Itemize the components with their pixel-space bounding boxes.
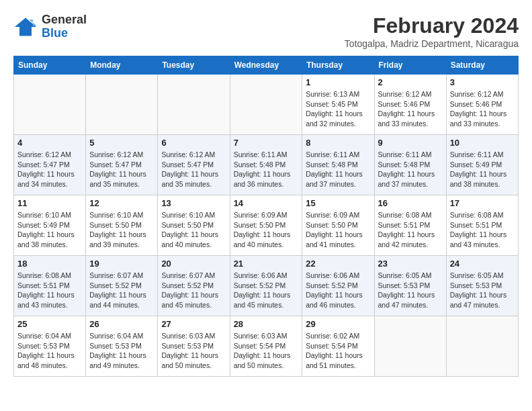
table-row: 1Sunrise: 6:13 AMSunset: 5:45 PMDaylight… <box>302 75 374 135</box>
day-info: Sunrise: 6:11 AMSunset: 5:48 PMDaylight:… <box>306 150 370 189</box>
day-info: Sunrise: 6:02 AMSunset: 5:54 PMDaylight:… <box>306 331 370 371</box>
table-row: 24Sunrise: 6:05 AMSunset: 5:53 PMDayligh… <box>446 256 518 316</box>
day-info: Sunrise: 6:07 AMSunset: 5:52 PMDaylight:… <box>161 271 226 310</box>
location: Totogalpa, Madriz Department, Nicaragua <box>345 38 519 49</box>
day-number: 26 <box>89 319 154 329</box>
table-row: 29Sunrise: 6:02 AMSunset: 5:54 PMDayligh… <box>302 316 374 377</box>
day-info: Sunrise: 6:10 AMSunset: 5:50 PMDaylight:… <box>89 210 154 250</box>
header-tuesday: Tuesday <box>158 56 230 75</box>
logo-blue: Blue <box>42 27 87 40</box>
calendar-header-row: Sunday Monday Tuesday Wednesday Thursday… <box>14 56 519 75</box>
calendar-week-row: 18Sunrise: 6:08 AMSunset: 5:51 PMDayligh… <box>14 256 519 316</box>
day-number: 6 <box>161 138 226 148</box>
day-info: Sunrise: 6:11 AMSunset: 5:48 PMDaylight:… <box>234 150 299 189</box>
header-monday: Monday <box>86 56 158 75</box>
day-info: Sunrise: 6:03 AMSunset: 5:53 PMDaylight:… <box>161 331 226 371</box>
day-number: 8 <box>306 138 370 148</box>
table-row: 25Sunrise: 6:04 AMSunset: 5:53 PMDayligh… <box>14 316 86 377</box>
table-row: 4Sunrise: 6:12 AMSunset: 5:47 PMDaylight… <box>14 135 86 195</box>
table-row: 27Sunrise: 6:03 AMSunset: 5:53 PMDayligh… <box>158 316 230 377</box>
header-friday: Friday <box>374 56 446 75</box>
header-thursday: Thursday <box>302 56 374 75</box>
table-row <box>374 316 446 377</box>
table-row: 11Sunrise: 6:10 AMSunset: 5:49 PMDayligh… <box>14 195 86 256</box>
day-info: Sunrise: 6:10 AMSunset: 5:50 PMDaylight:… <box>161 210 226 250</box>
day-info: Sunrise: 6:04 AMSunset: 5:53 PMDaylight:… <box>17 331 82 371</box>
calendar-week-row: 25Sunrise: 6:04 AMSunset: 5:53 PMDayligh… <box>14 316 519 377</box>
day-info: Sunrise: 6:11 AMSunset: 5:48 PMDaylight:… <box>378 150 443 189</box>
day-number: 15 <box>306 198 370 208</box>
day-info: Sunrise: 6:12 AMSunset: 5:46 PMDaylight:… <box>450 89 515 129</box>
day-info: Sunrise: 6:08 AMSunset: 5:51 PMDaylight:… <box>450 210 515 250</box>
table-row: 2Sunrise: 6:12 AMSunset: 5:46 PMDaylight… <box>374 75 446 135</box>
day-info: Sunrise: 6:05 AMSunset: 5:53 PMDaylight:… <box>450 271 515 310</box>
table-row: 20Sunrise: 6:07 AMSunset: 5:52 PMDayligh… <box>158 256 230 316</box>
day-info: Sunrise: 6:07 AMSunset: 5:52 PMDaylight:… <box>89 271 154 310</box>
table-row: 7Sunrise: 6:11 AMSunset: 5:48 PMDaylight… <box>230 135 302 195</box>
day-number: 11 <box>17 198 82 208</box>
day-info: Sunrise: 6:09 AMSunset: 5:50 PMDaylight:… <box>234 210 299 250</box>
table-row: 26Sunrise: 6:04 AMSunset: 5:53 PMDayligh… <box>86 316 158 377</box>
day-info: Sunrise: 6:06 AMSunset: 5:52 PMDaylight:… <box>306 271 370 310</box>
day-info: Sunrise: 6:04 AMSunset: 5:53 PMDaylight:… <box>89 331 154 371</box>
logo-icon <box>13 15 38 39</box>
calendar-week-row: 1Sunrise: 6:13 AMSunset: 5:45 PMDaylight… <box>14 75 519 135</box>
table-row: 8Sunrise: 6:11 AMSunset: 5:48 PMDaylight… <box>302 135 374 195</box>
day-number: 16 <box>378 198 443 208</box>
day-number: 9 <box>378 138 443 148</box>
day-info: Sunrise: 6:08 AMSunset: 5:51 PMDaylight:… <box>378 210 443 250</box>
day-info: Sunrise: 6:10 AMSunset: 5:49 PMDaylight:… <box>17 210 82 250</box>
day-info: Sunrise: 6:12 AMSunset: 5:47 PMDaylight:… <box>89 150 154 189</box>
day-number: 10 <box>450 138 515 148</box>
day-number: 29 <box>306 319 370 329</box>
day-number: 21 <box>234 259 299 269</box>
table-row <box>446 316 518 377</box>
day-number: 3 <box>450 77 515 87</box>
day-info: Sunrise: 6:12 AMSunset: 5:47 PMDaylight:… <box>17 150 82 189</box>
table-row: 22Sunrise: 6:06 AMSunset: 5:52 PMDayligh… <box>302 256 374 316</box>
table-row: 17Sunrise: 6:08 AMSunset: 5:51 PMDayligh… <box>446 195 518 256</box>
header-sunday: Sunday <box>14 56 86 75</box>
day-number: 5 <box>89 138 154 148</box>
day-info: Sunrise: 6:13 AMSunset: 5:45 PMDaylight:… <box>306 89 370 129</box>
table-row: 12Sunrise: 6:10 AMSunset: 5:50 PMDayligh… <box>86 195 158 256</box>
day-number: 24 <box>450 259 515 269</box>
day-number: 1 <box>306 77 370 87</box>
day-info: Sunrise: 6:09 AMSunset: 5:50 PMDaylight:… <box>306 210 370 250</box>
day-number: 7 <box>234 138 299 148</box>
table-row: 19Sunrise: 6:07 AMSunset: 5:52 PMDayligh… <box>86 256 158 316</box>
day-info: Sunrise: 6:05 AMSunset: 5:53 PMDaylight:… <box>378 271 443 310</box>
day-number: 22 <box>306 259 370 269</box>
calendar: Sunday Monday Tuesday Wednesday Thursday… <box>13 56 519 377</box>
table-row: 5Sunrise: 6:12 AMSunset: 5:47 PMDaylight… <box>86 135 158 195</box>
day-info: Sunrise: 6:08 AMSunset: 5:51 PMDaylight:… <box>17 271 82 310</box>
table-row: 18Sunrise: 6:08 AMSunset: 5:51 PMDayligh… <box>14 256 86 316</box>
table-row <box>230 75 302 135</box>
day-number: 25 <box>17 319 82 329</box>
header-saturday: Saturday <box>446 56 518 75</box>
calendar-week-row: 4Sunrise: 6:12 AMSunset: 5:47 PMDaylight… <box>14 135 519 195</box>
day-info: Sunrise: 6:11 AMSunset: 5:49 PMDaylight:… <box>450 150 515 189</box>
svg-marker-0 <box>15 17 36 36</box>
calendar-week-row: 11Sunrise: 6:10 AMSunset: 5:49 PMDayligh… <box>14 195 519 256</box>
table-row: 15Sunrise: 6:09 AMSunset: 5:50 PMDayligh… <box>302 195 374 256</box>
day-number: 20 <box>161 259 226 269</box>
header-wednesday: Wednesday <box>230 56 302 75</box>
logo-general: General <box>42 13 87 27</box>
month-title: February 2024 <box>345 13 519 38</box>
table-row <box>14 75 86 135</box>
table-row: 23Sunrise: 6:05 AMSunset: 5:53 PMDayligh… <box>374 256 446 316</box>
day-info: Sunrise: 6:06 AMSunset: 5:52 PMDaylight:… <box>234 271 299 310</box>
table-row <box>86 75 158 135</box>
day-number: 2 <box>378 77 443 87</box>
day-number: 14 <box>234 198 299 208</box>
table-row: 14Sunrise: 6:09 AMSunset: 5:50 PMDayligh… <box>230 195 302 256</box>
table-row <box>158 75 230 135</box>
table-row: 3Sunrise: 6:12 AMSunset: 5:46 PMDaylight… <box>446 75 518 135</box>
day-number: 19 <box>89 259 154 269</box>
day-info: Sunrise: 6:12 AMSunset: 5:47 PMDaylight:… <box>161 150 226 189</box>
day-number: 4 <box>17 138 82 148</box>
day-number: 17 <box>450 198 515 208</box>
table-row: 21Sunrise: 6:06 AMSunset: 5:52 PMDayligh… <box>230 256 302 316</box>
day-info: Sunrise: 6:03 AMSunset: 5:54 PMDaylight:… <box>234 331 299 371</box>
